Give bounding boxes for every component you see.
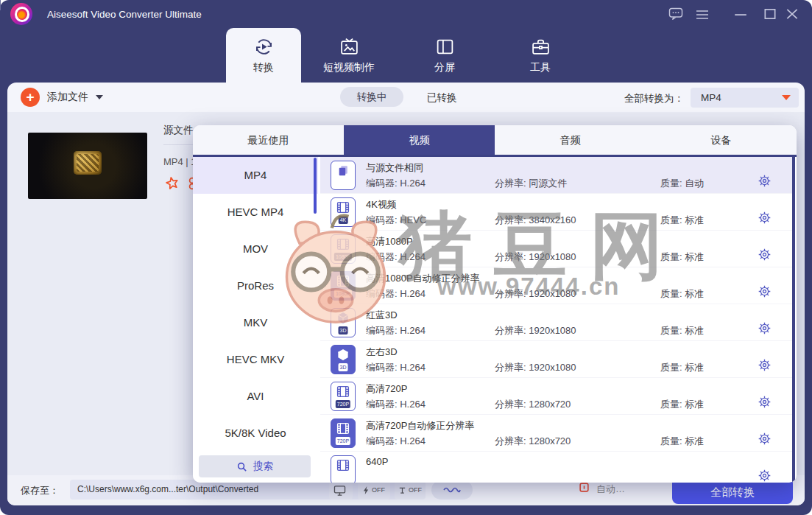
format-popup-tabs: 最近使用视频音频设备	[193, 125, 797, 157]
format-row[interactable]: 3D红蓝3D编码器: H.264分辨率: 1920x1080质量: 标准	[320, 304, 794, 341]
sidebar-item-mov[interactable]: MOV	[193, 231, 318, 267]
format-name: 与源文件相同	[366, 161, 423, 175]
merge-toggle[interactable]: OFF	[395, 480, 426, 500]
close-icon[interactable]	[785, 7, 799, 21]
film-icon	[336, 421, 350, 435]
nav-tab-convert[interactable]: 转换	[226, 28, 301, 83]
format-list: 与源文件相同编码器: H.264分辨率: 同源文件质量: 自动4K4K视频编码器…	[320, 157, 794, 483]
format-row[interactable]: 640P	[320, 452, 794, 483]
add-file-button[interactable]: + 添加文件	[21, 88, 103, 107]
sidebar-item-5k-8k-video[interactable]: 5K/8K Video	[193, 415, 318, 452]
settings-gear-icon[interactable]	[758, 211, 772, 225]
auto-option-icon[interactable]	[579, 482, 590, 493]
app-logo-icon	[10, 3, 32, 25]
auto-option-text: 自动…	[596, 483, 625, 496]
minimize-icon[interactable]	[733, 7, 748, 21]
format-name: 高清720P	[366, 382, 407, 396]
format-name: 高清720P自动修正分辨率	[366, 419, 474, 432]
settings-gear-icon[interactable]	[758, 432, 772, 446]
output-format-dropdown[interactable]: MP4	[691, 88, 799, 108]
format-type-icon: 1080P	[331, 271, 356, 301]
sidebar-scrollbar[interactable]	[314, 158, 317, 214]
convert-all-to-label: 全部转换为：	[624, 92, 684, 105]
film-icon	[336, 385, 350, 399]
format-type-icon: 4K	[331, 197, 356, 227]
format-detail-qua: 质量: 标准	[660, 214, 704, 227]
feedback-icon[interactable]	[668, 7, 683, 21]
tab-converted[interactable]: 已转换	[427, 91, 457, 105]
resolution-badge: 3D	[339, 363, 348, 371]
popup-tab[interactable]: 音频	[495, 125, 646, 155]
sidebar-item-mp4[interactable]: MP4	[193, 157, 318, 194]
format-type-icon: 1080P	[331, 234, 356, 264]
settings-gear-icon[interactable]	[758, 469, 772, 483]
settings-gear-icon[interactable]	[758, 248, 772, 262]
edit-effects-icon[interactable]	[164, 175, 180, 192]
resolution-badge: 4K	[339, 216, 348, 224]
format-type-icon	[331, 455, 356, 483]
search-button[interactable]: 搜索	[199, 455, 311, 477]
resolution-badge: 1080P	[334, 253, 352, 261]
nav-tab-split[interactable]: 分屏	[397, 28, 493, 83]
resolution-badge: 3D	[339, 326, 348, 334]
chevron-down-icon	[96, 95, 103, 99]
maximize-icon[interactable]	[763, 7, 777, 21]
resolution-badge: 720P	[336, 400, 350, 408]
nav-tab-tools[interactable]: 工具	[493, 28, 588, 83]
popup-tab[interactable]: 最近使用	[193, 125, 344, 155]
film-icon	[336, 237, 350, 251]
titlebar-divider	[0, 0, 1, 10]
chevron-down-icon	[782, 95, 791, 100]
film-icon	[336, 200, 350, 214]
settings-gear-icon[interactable]	[758, 284, 772, 298]
nav-tab-label: 分屏	[434, 61, 455, 74]
sidebar-item-hevc-mkv[interactable]: HEVC MKV	[193, 341, 318, 378]
format-row[interactable]: 4K4K视频编码器: HEVC分辨率: 3840x2160质量: 标准	[320, 194, 794, 231]
list-scrollbar[interactable]	[792, 157, 795, 483]
format-type-icon	[331, 161, 356, 190]
format-detail-enc: 编码器: H.264	[366, 398, 426, 411]
format-detail-qua: 质量: 标准	[660, 251, 704, 264]
format-detail-res: 分辨率: 1920x1080	[495, 324, 576, 337]
format-row[interactable]: 1080P高清1080P自动修正分辨率编码器: H.264分辨率: 1920x1…	[320, 267, 794, 304]
settings-gear-icon[interactable]	[758, 395, 772, 409]
sidebar-item-hevc-mp4[interactable]: HEVC MP4	[193, 194, 318, 231]
format-detail-qua: 质量: 标准	[660, 361, 704, 374]
format-row[interactable]: 720P高清720P自动修正分辨率编码器: H.264分辨率: 1280x720…	[320, 415, 794, 452]
menu-icon[interactable]	[695, 8, 710, 21]
hardware-accel-toggle[interactable]: OFF	[358, 480, 390, 500]
format-row[interactable]: 3D左右3D编码器: H.264分辨率: 1920x1080质量: 标准	[320, 341, 794, 378]
sidebar-item-mkv[interactable]: MKV	[193, 304, 318, 341]
nav-tab-shortvideo[interactable]: 短视频制作	[301, 28, 397, 83]
settings-gear-icon[interactable]	[758, 321, 772, 335]
format-detail-qua: 质量: 标准	[660, 287, 704, 301]
open-folder-button[interactable]	[329, 480, 353, 500]
video-thumbnail[interactable]	[28, 133, 147, 199]
format-row[interactable]: 与源文件相同编码器: H.264分辨率: 同源文件质量: 自动	[320, 157, 794, 194]
format-type-icon: 3D	[331, 308, 356, 337]
format-row[interactable]: 1080P高清1080P编码器: H.264分辨率: 1920x1080质量: …	[320, 231, 794, 267]
plus-icon: +	[21, 88, 40, 107]
popup-tab[interactable]: 视频	[344, 125, 495, 155]
save-to-label: 保存至：	[21, 484, 59, 497]
popup-tab[interactable]: 设备	[646, 125, 797, 155]
settings-gear-icon[interactable]	[758, 358, 772, 372]
format-detail-enc: 编码器: H.264	[366, 251, 426, 264]
convert-icon	[254, 37, 274, 57]
tools-icon	[531, 37, 551, 57]
format-row[interactable]: 720P高清720P编码器: H.264分辨率: 1280x720质量: 标准	[320, 378, 794, 415]
cube-icon	[336, 311, 350, 325]
format-name: 640P	[366, 456, 388, 467]
format-picker-popup: 最近使用视频音频设备 MP4HEVC MP4MOVProResMKVHEVC M…	[193, 125, 797, 483]
settings-gear-icon[interactable]	[758, 174, 772, 188]
tab-converting[interactable]: 转换中	[340, 87, 403, 107]
shortvideo-icon	[339, 37, 359, 57]
sidebar-item-prores[interactable]: ProRes	[193, 267, 318, 304]
preview-wave-button[interactable]	[431, 480, 473, 500]
format-name: 红蓝3D	[366, 309, 398, 322]
film-icon	[336, 274, 350, 288]
format-detail-res: 分辨率: 3840x2160	[495, 214, 576, 227]
sidebar-item-avi[interactable]: AVI	[193, 378, 318, 415]
nav-tab-label: 工具	[530, 61, 551, 74]
source-file-label: 源文件	[163, 124, 194, 137]
